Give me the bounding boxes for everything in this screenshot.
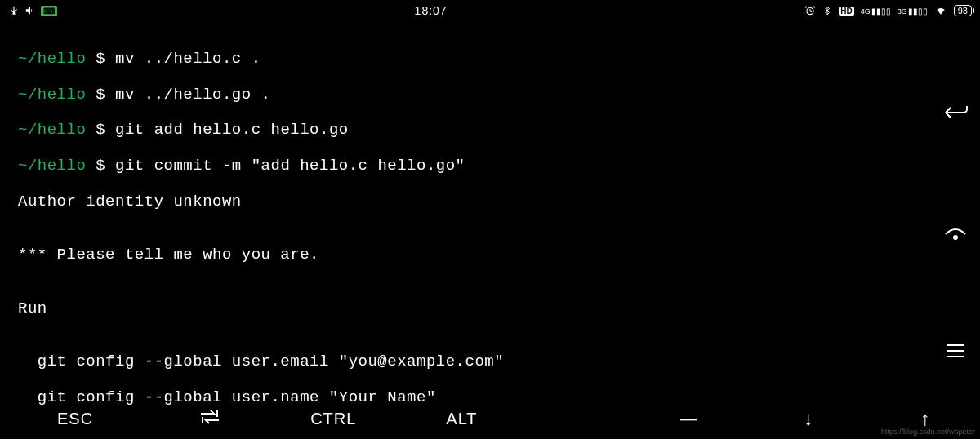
signal-4g: 4G▮▮▯▯	[861, 7, 891, 16]
prompt-dollar: $	[96, 121, 105, 139]
wifi-icon	[934, 5, 947, 16]
menu-button[interactable]	[941, 336, 970, 366]
status-left: ⌨	[8, 5, 57, 16]
key-tab[interactable]	[199, 409, 220, 429]
cmd-text: mv ../hello.c .	[115, 50, 261, 68]
terminal-line: Author identity unknown	[18, 193, 962, 211]
hd-badge: HD	[839, 7, 853, 16]
terminal-line: Run	[18, 300, 962, 318]
svg-point-1	[954, 236, 957, 239]
alarm-icon	[804, 5, 816, 16]
cmd-text: mv ../hello.go .	[115, 86, 270, 104]
key-down[interactable]: ↓	[804, 407, 814, 430]
key-esc[interactable]: ESC	[57, 410, 93, 428]
prompt-path: ~/hello	[18, 50, 86, 68]
terminal-key-bar: ESC CTRL ALT — ↓ ↑	[0, 398, 980, 439]
key-up[interactable]: ↑	[920, 407, 931, 430]
battery-indicator: 93	[954, 5, 972, 16]
terminal-output[interactable]: ~/hello $ mv ../hello.c . ~/hello $ mv .…	[0, 21, 980, 439]
terminal-line: ~/hello $ git commit -m "add hello.c hel…	[18, 157, 962, 175]
terminal-line: *** Please tell me who you are.	[18, 246, 962, 264]
terminal-line: git config --global user.email "you@exam…	[18, 353, 962, 371]
system-nav	[941, 98, 970, 366]
status-bar: ⌨ 18:07 HD 4G▮▮▯▯ 3G▮▮▯▯ 93	[0, 0, 980, 21]
bluetooth-icon	[822, 5, 832, 16]
cmd-text: git commit -m "add hello.c hello.go"	[115, 157, 465, 175]
key-alt[interactable]: ALT	[446, 410, 477, 428]
signal-3g: 3G▮▮▯▯	[898, 7, 928, 16]
prompt-dollar: $	[96, 50, 105, 68]
terminal-line: ~/hello $ mv ../hello.c .	[18, 51, 962, 69]
terminal-line: ~/hello $ mv ../hello.go .	[18, 86, 962, 104]
volume-icon	[24, 5, 36, 16]
watermark: https://blog.csdn.net/wapeter	[881, 428, 975, 436]
usb-icon	[8, 5, 20, 16]
back-button[interactable]	[941, 98, 970, 127]
cmd-text: git add hello.c hello.go	[115, 121, 349, 139]
prompt-dollar: $	[96, 86, 105, 104]
prompt-path: ~/hello	[18, 157, 86, 175]
terminal-line: ~/hello $ git add hello.c hello.go	[18, 122, 962, 140]
home-button[interactable]	[941, 217, 970, 246]
key-ctrl[interactable]: CTRL	[310, 410, 356, 428]
prompt-path: ~/hello	[18, 86, 86, 104]
status-clock: 18:07	[415, 4, 448, 17]
prompt-path: ~/hello	[18, 121, 86, 139]
prompt-dollar: $	[96, 157, 105, 175]
keyboard-badge-icon: ⌨	[41, 6, 57, 16]
status-right: HD 4G▮▮▯▯ 3G▮▮▯▯ 93	[804, 5, 972, 16]
key-dash[interactable]: —	[680, 410, 697, 428]
